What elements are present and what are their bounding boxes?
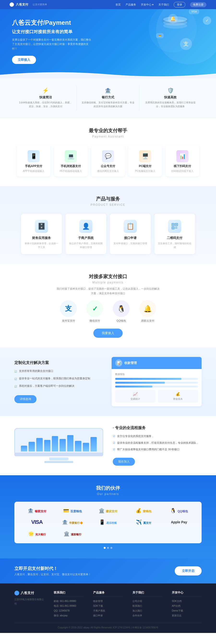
hero-cta-button[interactable]: 立即接入 — [12, 56, 36, 64]
nav: 八爸支付 让支付更简单 首页 产品服务 开发中心 ▾ 关于我们 登录 免费注册 — [0, 0, 216, 9]
footer-about-1[interactable]: 联系我们 — [133, 604, 162, 608]
wechat-circle: ✓ — [86, 300, 103, 317]
footer-about-0[interactable]: 公司介绍 — [133, 599, 162, 604]
pay-interfaces-cta-button[interactable]: 我要接入 — [93, 328, 123, 338]
alipay-circle: 支 — [60, 300, 77, 317]
custom-item-icon-0: 📈 — [118, 392, 153, 396]
footer-product-2[interactable]: 子商户系统 — [93, 608, 123, 613]
product-card-2: 📋 接口申请 支付申请接口，完善的接口管理 — [110, 214, 151, 254]
footer-product-1[interactable]: SDK下载 — [93, 604, 123, 608]
products-section: 产品与服务 PRODUCT SERVICE 🗄️ 财务应用服务 财务计划的财务管… — [0, 186, 216, 264]
custom-item-icon-1: 💰 — [160, 392, 196, 396]
products-title: 产品与服务 — [14, 196, 202, 202]
customization-section: 定制化支付解决方案 ☑ 支持所有常用的聚合支付接口 ☑ 提供专业一站式的支付服务… — [0, 347, 216, 416]
footer-dev-1[interactable]: API文档 — [172, 604, 202, 608]
custom-check-0: ☑ 支持所有常用的聚合支付接口 — [14, 369, 104, 374]
login-button[interactable]: 登录 — [174, 2, 185, 8]
footer-product-3[interactable]: 接口申请 — [93, 613, 123, 618]
monitor-screen-wrap — [14, 428, 103, 453]
footer-col-brand: 八爸支付 江苏XX电力有限责任有限公司 — [14, 591, 44, 618]
pay-interfaces-title: 对接多家支付接口 — [14, 273, 202, 280]
monitor-check-0: ☑ 全方位专业化的系统支付服务， — [113, 434, 202, 438]
pay-logo-alipay: 支 支付宝支付 — [60, 300, 77, 322]
footer-about-2[interactable]: 加入我们 — [133, 608, 162, 613]
chart-bar-1 — [28, 442, 35, 452]
custom-bar-fill-2 — [115, 386, 152, 388]
product-icon-0: 🗄️ — [35, 220, 48, 233]
pay-card-0: 📱 手机APP支付 APP手机移动端接入 — [17, 146, 50, 176]
qq-circle: 🐧 — [113, 300, 130, 317]
cta-button[interactable]: 立即开启 — [175, 566, 202, 576]
footer-about-3[interactable]: 合作伙伴 — [133, 613, 162, 618]
product-card-title-0: 财务应用服务 — [25, 236, 58, 240]
svg-rect-1 — [173, 224, 174, 225]
feature-icon-2: 🛡️ — [143, 88, 198, 94]
pay-card-desc-3: PC电脑端支付接入 — [131, 169, 160, 173]
footer-dev-2[interactable]: Demo下载 — [172, 608, 202, 613]
feature-icon-1: 🏦 — [80, 88, 135, 94]
pay-interfaces-sub: · Multiple payments · — [14, 281, 202, 284]
nav-link-about[interactable]: 关于我们 — [158, 3, 169, 6]
dot-0[interactable] — [104, 547, 106, 549]
dot-2[interactable] — [110, 547, 112, 549]
check-icon-1: ☑ — [14, 377, 17, 382]
pay-card-title-2: 公众号支付 — [94, 164, 122, 168]
nav-link-home[interactable]: 首页 — [115, 3, 121, 6]
custom-consult-button[interactable]: 详情咨询 — [14, 395, 36, 403]
custom-check-1: ☑ 提供专业一站式的支付服务，联系我们我们将会为您量身定制 — [14, 376, 104, 382]
feature-title-1: 银行方式 — [80, 95, 135, 100]
custom-card-header: 📊 收款管理 — [112, 357, 202, 369]
hero-content: 八爸云支付/Payment 让支付接口对接前所未有的简单 支撑云提供了一个对接聚… — [12, 19, 113, 64]
monitor-join-button[interactable]: 现在加入 — [113, 458, 135, 466]
feature-desc-2: 支撑用完善的安全策略体系，实现行三维资金安全，专业服务团队为您服务 — [143, 101, 198, 108]
feature-desc-0: 1分钟快速接入系统，仅仅3行代码的接入，美观，灵活，快速，安全，方便的支付 — [18, 101, 73, 108]
monitor-base — [44, 461, 73, 463]
pay-card-title-0: 手机APP支付 — [19, 164, 48, 168]
custom-items-row: 📈 交易统计 💰 资金流水 — [115, 390, 198, 403]
partner-7: 📱 易乐转账 — [93, 519, 123, 526]
footer-product-0[interactable]: 收款管理 — [93, 599, 123, 604]
cta-section: 立即开启支付新时代！ 八爸支付，聚合支付，让支付、支付宝、微信支付让支付更简单！… — [0, 558, 216, 584]
nav-dropdown-dev[interactable]: 开发中心 ▾ — [141, 3, 154, 6]
nav-right: 首页 产品服务 开发中心 ▾ 关于我们 登录 免费注册 — [115, 2, 207, 8]
monitor-check-icon-0: ☑ — [113, 434, 115, 438]
pay-card-title-3: PC端支付 — [131, 164, 160, 168]
pay-card-title-1: 手机浏览器支付 — [56, 164, 85, 168]
check-icon-2: ☑ — [14, 384, 17, 389]
custom-card-body: 数据报告 📈 交易统计 💰 资金流水 — [112, 369, 202, 406]
hero-subtitle: 让支付接口对接前所未有的简单 — [12, 29, 113, 34]
partner-0: 🏦 银联支付 — [21, 508, 52, 514]
monitor-check-icon-2: ☑ — [113, 447, 115, 452]
monitor-section: · 专业的全流程服务 ☑ 全方位专业化的系统支付服务， ☑ 提供专业的全流程服务… — [0, 416, 216, 475]
chart-bar-4 — [52, 436, 58, 452]
chart-bar-9 — [90, 437, 97, 452]
pay-interfaces-desc: 我们对接了多种支付接口，提供了完善的一套对接工具，让您从容接入，一步到位的解决 … — [48, 286, 168, 296]
footer-contact-2: QQ: 12345678 — [54, 608, 83, 613]
pay-logos-container: 支 支付宝支付 ✓ 微信支付 🐧 QQ钱包 🔔 易联云支付 — [14, 300, 202, 322]
partner-11: 🏛️ 浦发银行 — [57, 531, 88, 537]
hero-visa-badge: VISA — [189, 9, 199, 14]
footer-dev-0[interactable]: SDK文档 — [172, 599, 202, 604]
partner-9: Apple Pay — [164, 520, 194, 525]
chart-bar-3 — [44, 440, 50, 452]
custom-card-sub-title: 数据报告 — [115, 372, 198, 376]
footer: 八爸支付 江苏XX电力有限责任有限公司 联系我们 邮箱: 661-861-999… — [0, 584, 216, 633]
footer-col-contact: 联系我们 邮箱: 661-861-99980 电话: 661-861-99960… — [54, 591, 83, 618]
pay-card-icon-2: 💬 — [102, 150, 114, 162]
hero-title: 八爸云支付/Payment — [12, 19, 113, 27]
pay-logo-label-qq: QQ钱包 — [113, 319, 130, 322]
footer-logo: 八爸支付 — [14, 591, 44, 596]
register-button[interactable]: 免费注册 — [190, 2, 207, 7]
monitor-title: · 专业的全流程服务 — [113, 426, 202, 430]
partners-title: 我们的伙伴 — [14, 485, 202, 491]
features-row: ⚡ 快速简洁 1分钟快速接入系统，仅仅3行代码的接入，美观，灵活，快速，安全，方… — [0, 78, 216, 118]
dot-1[interactable] — [107, 547, 109, 549]
custom-bar-1 — [115, 382, 198, 384]
pay-card-icon-4: 📊 — [176, 150, 188, 162]
product-icon-3 — [168, 220, 181, 233]
footer-dev-3[interactable]: 更新日志 — [172, 613, 202, 618]
nav-link-products[interactable]: 产品服务 — [126, 3, 136, 6]
partner-10: 🌟 光大银行 — [21, 531, 52, 537]
pay-card-icon-0: 📱 — [28, 150, 40, 162]
monitor-chart — [18, 432, 99, 452]
